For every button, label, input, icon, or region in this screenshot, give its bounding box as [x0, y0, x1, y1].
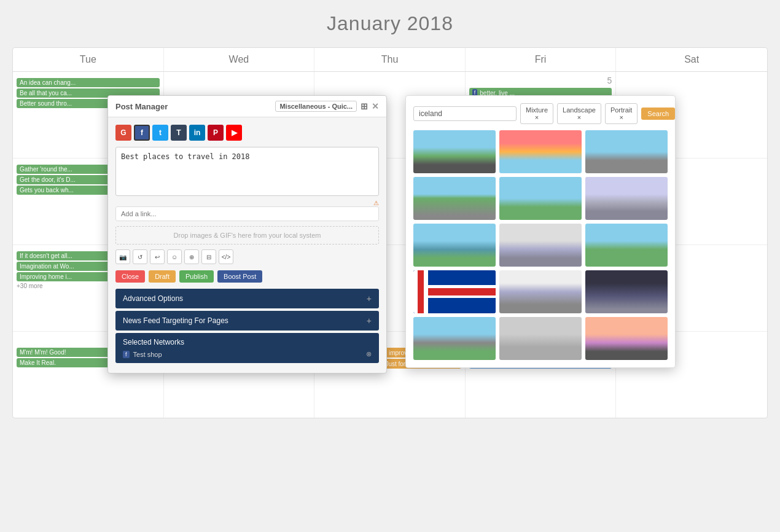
- tool-btn-emoji[interactable]: ☺: [167, 249, 182, 264]
- pm-header-controls: Miscellaneous - Quic... ⊞ ✕: [275, 101, 379, 112]
- list-item[interactable]: An idea can chang...: [17, 78, 160, 87]
- calendar-container: January 2018 Tue Wed Thu Fri Sat An idea…: [0, 0, 780, 532]
- image-thumb-iceland-flag[interactable]: [413, 270, 496, 313]
- plus-icon: +: [367, 294, 372, 303]
- selected-networks-label: Selected Networks: [123, 338, 184, 346]
- image-thumb-15[interactable]: [585, 317, 668, 360]
- draft-button[interactable]: Draft: [149, 270, 176, 283]
- day-header-thu: Thu: [314, 48, 466, 71]
- publish-button[interactable]: Publish: [179, 270, 214, 283]
- advanced-options-label: Advanced Options: [123, 294, 183, 303]
- facebook-btn[interactable]: f: [134, 125, 150, 141]
- pm-title: Post Manager: [115, 102, 270, 111]
- image-search-panel: Mixture × Landscape × Portrait × Search: [405, 95, 676, 368]
- network-item: f Test shop ⊗: [123, 350, 372, 358]
- image-thumb-11[interactable]: [499, 270, 582, 313]
- post-manager-modal: Post Manager Miscellaneous - Quic... ⊞ ✕…: [107, 95, 387, 374]
- tool-btn-3[interactable]: ↩: [150, 249, 165, 264]
- image-thumb-14[interactable]: [499, 317, 582, 360]
- boost-post-button[interactable]: Boost Post: [217, 270, 262, 283]
- news-feed-label: News Feed Targeting For Pages: [123, 316, 228, 325]
- pinterest-btn[interactable]: P: [208, 125, 224, 141]
- link-input[interactable]: [115, 206, 379, 221]
- image-thumb-6[interactable]: [585, 177, 668, 220]
- pm-body: G f t T in P ▶ Best places to travel in …: [108, 117, 386, 373]
- landscape-filter-btn[interactable]: Landscape ×: [557, 103, 601, 124]
- linkedin-btn[interactable]: in: [189, 125, 205, 141]
- drop-zone[interactable]: Drop images & GIF's here from your local…: [115, 226, 379, 244]
- portrait-filter-btn[interactable]: Portrait ×: [605, 103, 638, 124]
- google-plus-btn[interactable]: G: [115, 125, 131, 141]
- image-thumb-13[interactable]: [413, 317, 496, 360]
- day-header-sat: Sat: [616, 48, 767, 71]
- image-search-button[interactable]: Search: [641, 108, 675, 120]
- mixture-filter-btn[interactable]: Mixture ×: [520, 103, 553, 124]
- pm-social-icons: G f t T in P ▶: [115, 125, 379, 141]
- image-thumb-12[interactable]: [585, 270, 668, 313]
- post-text-input[interactable]: Best places to travel in 2018: [115, 147, 379, 196]
- plus-icon-2: +: [367, 316, 372, 326]
- image-thumb-7[interactable]: [413, 224, 496, 267]
- selected-networks-section: Selected Networks f Test shop ⊗: [115, 333, 379, 363]
- char-counter: ⚠: [115, 200, 379, 206]
- image-grid: [413, 130, 668, 360]
- remove-network-icon[interactable]: ⊗: [366, 350, 372, 358]
- tool-btn-tag[interactable]: ⊕: [184, 249, 199, 264]
- image-search-input[interactable]: [413, 106, 517, 121]
- image-search-bar: Mixture × Landscape × Portrait × Search: [413, 103, 668, 124]
- image-thumb-4[interactable]: [413, 177, 496, 220]
- youtube-btn[interactable]: ▶: [226, 125, 242, 141]
- image-thumb-2[interactable]: [499, 130, 582, 173]
- day-headers: Tue Wed Thu Fri Sat: [13, 48, 767, 72]
- tool-btn-2[interactable]: ↺: [133, 249, 147, 264]
- pm-close-icon[interactable]: ✕: [372, 101, 379, 111]
- tool-btn-code[interactable]: </>: [219, 249, 233, 264]
- pm-grid-icon[interactable]: ⊞: [361, 101, 368, 111]
- twitter-btn[interactable]: t: [152, 125, 168, 141]
- drop-zone-text: Drop images & GIF's here from your local…: [174, 232, 321, 239]
- tumblr-btn[interactable]: T: [171, 125, 187, 141]
- tool-btn-split[interactable]: ⊟: [201, 249, 216, 264]
- image-thumb-9[interactable]: [585, 224, 668, 267]
- day-header-wed: Wed: [164, 48, 315, 71]
- news-feed-targeting-section[interactable]: News Feed Targeting For Pages +: [115, 311, 379, 331]
- image-thumb-8[interactable]: [499, 224, 582, 267]
- tool-btn-1[interactable]: 📷: [115, 249, 130, 264]
- calendar-title: January 2018: [12, 12, 768, 35]
- day-header-tue: Tue: [13, 48, 164, 71]
- day-header-fri: Fri: [466, 48, 617, 71]
- pm-toolbar: 📷 ↺ ↩ ☺ ⊕ ⊟ </>: [115, 249, 379, 264]
- image-thumb-3[interactable]: [585, 130, 668, 173]
- pm-dropdown[interactable]: Miscellaneous - Quic...: [275, 101, 357, 112]
- image-thumb-1[interactable]: [413, 130, 496, 173]
- advanced-options-section[interactable]: Advanced Options +: [115, 289, 379, 308]
- pm-header: Post Manager Miscellaneous - Quic... ⊞ ✕: [108, 96, 386, 117]
- image-thumb-5[interactable]: [499, 177, 582, 220]
- pm-action-buttons: Close Draft Publish Boost Post: [115, 270, 379, 283]
- network-name: Test shop: [133, 351, 162, 358]
- fb-badge: f: [123, 351, 130, 358]
- close-button[interactable]: Close: [115, 270, 145, 283]
